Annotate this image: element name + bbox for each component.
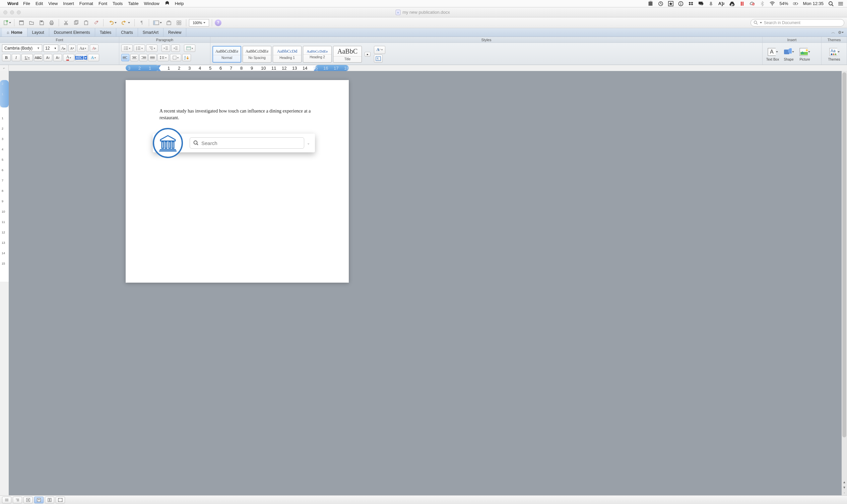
status-star-icon[interactable] xyxy=(668,1,673,6)
show-formatting-button[interactable]: ¶ xyxy=(137,19,146,27)
status-clock-text[interactable]: Mon 12:35 xyxy=(803,1,824,6)
text-effects-button[interactable]: A▾ xyxy=(88,54,99,61)
insert-shape-button[interactable]: Shape xyxy=(781,47,797,61)
menu-font[interactable]: Font xyxy=(99,1,107,6)
increase-indent-button[interactable] xyxy=(171,44,180,52)
overlay-dropdown-button[interactable]: ⌄ xyxy=(304,141,312,145)
format-painter-button[interactable] xyxy=(92,19,101,27)
style-heading-2[interactable]: AaBbCcDdEe Heading 2 xyxy=(303,46,332,62)
status-battery-icon[interactable] xyxy=(793,1,798,6)
document-page[interactable]: A recent study has investigated how touc… xyxy=(126,80,349,283)
scroll-up-arrow[interactable]: ▲ xyxy=(842,479,847,485)
status-info-icon[interactable] xyxy=(678,1,684,6)
overlay-search-input[interactable] xyxy=(201,140,301,146)
status-columns-icon[interactable] xyxy=(648,1,653,6)
new-doc-button[interactable] xyxy=(3,19,12,27)
save-button[interactable] xyxy=(37,19,46,27)
tab-document-elements[interactable]: Document Elements xyxy=(49,28,95,36)
text-direction-button[interactable]: ▾ xyxy=(184,44,195,52)
sort-button[interactable]: AZ xyxy=(182,54,191,61)
minimize-window-button[interactable] xyxy=(10,11,14,14)
view-print-layout-button[interactable] xyxy=(34,497,43,503)
styles-pane-button[interactable]: ¶ xyxy=(374,55,383,62)
toolbox-button[interactable] xyxy=(164,19,173,27)
insert-textbox-button[interactable]: A Text Box xyxy=(764,47,781,61)
shrink-font-button[interactable]: A▾ xyxy=(68,44,76,52)
view-outline-button[interactable] xyxy=(13,497,22,503)
menu-scrivener-icon[interactable] xyxy=(165,1,170,6)
vertical-ruler[interactable]: 21123456789101112131415 xyxy=(0,71,9,495)
align-left-button[interactable] xyxy=(121,54,129,61)
ruler-corner-tab[interactable]: ⌐ xyxy=(0,65,9,71)
strikethrough-button[interactable]: ABC xyxy=(34,54,42,61)
line-spacing-button[interactable]: ▾ xyxy=(157,54,169,61)
status-clock-icon[interactable] xyxy=(658,1,664,6)
status-bell-icon[interactable] xyxy=(708,1,714,6)
vertical-scrollbar[interactable]: ▲ ▼ ◦ xyxy=(842,71,847,495)
new-from-template-button[interactable] xyxy=(17,19,26,27)
menu-insert[interactable]: Insert xyxy=(63,1,74,6)
status-cloud-error-icon[interactable] xyxy=(749,1,755,6)
change-case-button[interactable]: Aa▾ xyxy=(77,44,88,52)
document-canvas[interactable]: A recent study has investigated how touc… xyxy=(9,71,847,495)
italic-button[interactable]: I xyxy=(12,54,20,61)
tab-home[interactable]: ⌂Home xyxy=(2,28,28,36)
underline-button[interactable]: U▾ xyxy=(21,54,33,61)
tab-charts[interactable]: Charts xyxy=(116,28,138,36)
status-menu-icon[interactable] xyxy=(838,1,844,6)
menu-table[interactable]: Table xyxy=(128,1,138,6)
status-adobe-icon[interactable]: A]2 xyxy=(718,1,725,6)
font-size-select[interactable]: 12▼ xyxy=(43,44,58,52)
style-heading-1[interactable]: AaBbCcDd Heading 1 xyxy=(273,46,302,62)
insert-picture-button[interactable]: Picture xyxy=(797,47,813,61)
decrease-indent-button[interactable] xyxy=(161,44,170,52)
view-draft-button[interactable] xyxy=(2,497,12,503)
status-chat-icon[interactable] xyxy=(698,1,704,6)
borders-button[interactable]: ▾ xyxy=(170,54,181,61)
style-no-spacing[interactable]: AaBbCcDdEe No Spacing xyxy=(243,46,271,62)
scroll-options[interactable]: ◦ xyxy=(842,490,847,495)
menu-edit[interactable]: Edit xyxy=(36,1,43,6)
close-window-button[interactable] xyxy=(3,11,7,14)
grow-font-button[interactable]: A▴ xyxy=(60,44,67,52)
status-spotlight-icon[interactable] xyxy=(828,1,834,6)
ribbon-collapse-button[interactable]: ︿ xyxy=(831,30,835,35)
menu-window[interactable]: Window xyxy=(144,1,159,6)
gallery-button[interactable] xyxy=(175,19,183,27)
help-button[interactable]: ? xyxy=(215,19,222,26)
zoom-level[interactable]: 100% xyxy=(189,19,209,26)
style-normal[interactable]: AaBbCcDdEe Normal xyxy=(212,46,241,62)
scroll-down-arrow[interactable]: ▼ xyxy=(842,485,847,490)
subscript-button[interactable]: A2 xyxy=(53,54,62,61)
bold-button[interactable]: B xyxy=(2,54,11,61)
font-color-button[interactable]: A▾ xyxy=(63,54,74,61)
status-bluetooth-icon[interactable] xyxy=(760,1,765,6)
themes-button[interactable]: Aa Themes xyxy=(824,47,845,61)
status-dropbox-icon[interactable] xyxy=(688,1,693,6)
view-publishing-button[interactable] xyxy=(23,497,33,503)
superscript-button[interactable]: A2 xyxy=(43,54,52,61)
style-title[interactable]: AaBbC Title xyxy=(333,46,362,62)
app-name[interactable]: Word xyxy=(7,1,18,6)
tab-review[interactable]: Review xyxy=(163,28,186,36)
overlay-search-box[interactable] xyxy=(190,137,304,149)
styles-more-button[interactable]: ▸ xyxy=(365,52,371,57)
multilevel-list-button[interactable]: ▾ xyxy=(146,44,157,52)
view-notebook-button[interactable] xyxy=(45,497,54,503)
sidebar-toggle-button[interactable] xyxy=(152,19,163,27)
menu-tools[interactable]: Tools xyxy=(112,1,123,6)
status-drive-icon[interactable] xyxy=(729,1,735,6)
status-pause-icon[interactable] xyxy=(739,1,745,6)
menu-view[interactable]: View xyxy=(48,1,58,6)
align-center-button[interactable] xyxy=(130,54,138,61)
tab-tables[interactable]: Tables xyxy=(95,28,117,36)
bullet-list-button[interactable]: ▾ xyxy=(121,44,133,52)
undo-button[interactable] xyxy=(106,19,118,27)
menu-format[interactable]: Format xyxy=(80,1,93,6)
print-button[interactable] xyxy=(47,19,56,27)
align-right-button[interactable] xyxy=(139,54,147,61)
ribbon-options-button[interactable]: ⚙ xyxy=(838,30,844,35)
font-name-select[interactable]: Cambria (Body)▼ xyxy=(2,44,42,52)
change-styles-button[interactable]: A⁺▾ xyxy=(374,46,385,54)
paste-button[interactable] xyxy=(82,19,90,27)
